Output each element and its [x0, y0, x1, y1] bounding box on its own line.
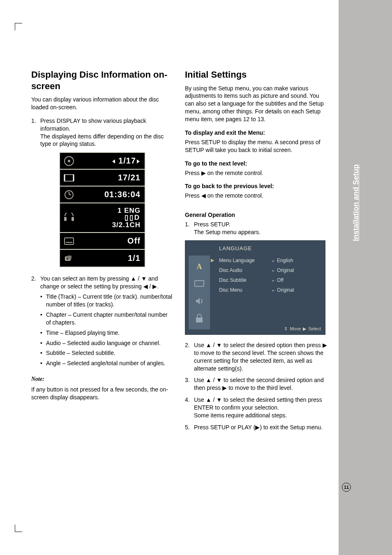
subtitle-icon [60, 237, 78, 245]
bullet-item: Angle – Selected angle/total number of a… [40, 359, 173, 367]
osd-row-title: 1/17 [60, 153, 145, 170]
step-body: Press SETUP or PLAY (▶) to exit the Setu… [194, 424, 327, 431]
disc-icon [60, 156, 78, 166]
step-number: 1. [185, 221, 194, 236]
menu-item: Disc Menu [219, 287, 264, 293]
subheading-display-exit: To display and exit the Menu: [185, 129, 327, 137]
genop-step-3: 3. Use ▲ / ▼ to select the second desire… [185, 376, 327, 392]
step-body: Press DISPLAY to show various playback i… [40, 117, 173, 148]
svg-rect-10 [71, 217, 74, 221]
step-text: Press SETUP. [194, 221, 230, 228]
heading-displaying-disc-info: Displaying Disc Information on-screen [31, 69, 173, 92]
bullet-item: Time – Elapsed playing time. [40, 329, 173, 337]
heading-initial-settings: Initial Settings [185, 69, 327, 81]
svg-rect-15 [67, 256, 71, 259]
svg-rect-11 [65, 238, 74, 244]
steps-list: 1. Press DISPLAY to show various playbac… [31, 117, 173, 148]
clock-icon [60, 189, 78, 200]
genop-step-2: 2. Use ▲ / ▼ to select the desired optio… [185, 341, 327, 373]
osd-title-value: 1/17 [78, 155, 145, 166]
menu-value: Original [272, 267, 318, 274]
step-body: Use ▲ / ▼ to select the desired option t… [194, 341, 327, 373]
crop-mark [15, 23, 22, 30]
step-number: 2. [185, 341, 194, 373]
right-column: Initial Settings By using the Setup menu… [185, 69, 327, 435]
genop-list-2: 2. Use ▲ / ▼ to select the desired optio… [185, 341, 327, 431]
step-1: 1. Press DISPLAY to show various playbac… [31, 117, 173, 148]
step-number: 3. [185, 376, 194, 392]
intro-text: By using the Setup menu, you can make va… [185, 85, 327, 123]
audio-line: 3/2.1CH [78, 221, 141, 229]
osd2-values: English Original Off Original [272, 257, 318, 297]
menu-item: Disc Audio [219, 267, 264, 274]
lock-tab-icon [189, 310, 210, 327]
sub-text: Press SETUP to display the menu. A secon… [185, 138, 327, 154]
osd2-footer: ⇕ Move ▶ Select [283, 326, 321, 332]
osd-row-angle: 1/1 [60, 250, 145, 267]
select-icon: ▶ [303, 326, 306, 331]
svg-rect-18 [196, 282, 203, 285]
subheading-prev-level: To go back to the previous level: [185, 182, 327, 190]
audio-icon [60, 213, 78, 223]
page: Installation and Setup 11 Displaying Dis… [0, 0, 392, 555]
note-heading: Note: [31, 375, 173, 383]
svg-rect-9 [64, 217, 67, 221]
step-number: 4. [185, 396, 194, 419]
step-2: 2. You can select an item by pressing ▲ … [31, 275, 173, 370]
step-body: Press SETUP. The Setup menu appears. [194, 221, 327, 236]
sub-text: Press ▶ on the remote control. [185, 169, 327, 177]
osd-audio-value: 1 ENG ▯▯D 3/2.1CH [78, 206, 145, 230]
selector-arrow-icon: ▶ [211, 257, 214, 263]
menu-value: Off [272, 277, 318, 283]
step-text: The displayed items differ depending on … [40, 133, 164, 147]
genop-step-5: 5. Press SETUP or PLAY (▶) to exit the S… [185, 424, 327, 431]
osd-subtitle-value: Off [78, 235, 145, 246]
step-number: 5. [185, 424, 194, 431]
left-column: Displaying Disc Information on-screen Yo… [31, 69, 173, 435]
sub-text: Press ◀ on the remote control. [185, 192, 327, 200]
note-text: If any button is not pressed for a few s… [31, 386, 173, 401]
menu-value: Original [272, 287, 318, 293]
sidebar-label-text: Installation and Setup [352, 164, 360, 241]
language-tab-icon: A [189, 258, 210, 275]
osd-row-chapter: 17/21 [60, 170, 145, 187]
step-body: Use ▲ / ▼ to select the second desired o… [194, 376, 327, 392]
menu-item: Disc Subtitle [219, 277, 264, 283]
genop-list: 1. Press SETUP. The Setup menu appears. [185, 221, 327, 236]
steps-list-2: 2. You can select an item by pressing ▲ … [31, 275, 173, 370]
angle-icon [60, 254, 78, 263]
svg-rect-19 [196, 318, 203, 322]
svg-rect-2 [65, 175, 74, 181]
footer-select-label: Select [308, 326, 321, 331]
step-text: The Setup menu appears. [194, 229, 261, 235]
audio-tab-icon [189, 292, 210, 310]
step-text: Press DISPLAY to show various playback i… [40, 117, 146, 132]
menu-value: English [272, 257, 318, 264]
osd-setup-menu: LANGUAGE A ▶ Menu Language Disc Audio Di… [185, 240, 325, 335]
osd-angle-value: 1/1 [78, 253, 145, 264]
content-area: Displaying Disc Information on-screen Yo… [31, 69, 327, 435]
osd-row-time: 01:36:04 [60, 187, 145, 203]
menu-item: Menu Language [219, 257, 264, 264]
subheading-next-level: To go to the next level: [185, 160, 327, 168]
osd-chapter-value: 17/21 [78, 172, 145, 183]
svg-text:A: A [197, 263, 202, 271]
bullet-list: Title (Track) – Current title (or track)… [40, 293, 173, 367]
bullet-item: Title (Track) – Current title (or track)… [40, 293, 173, 309]
osd2-menu-items: Menu Language Disc Audio Disc Subtitle D… [219, 257, 264, 297]
step-text: Use ▲ / ▼ to select the desired setting … [194, 396, 322, 411]
step-text: You can select an item by pressing ▲ / ▼… [40, 275, 159, 290]
osd2-title: LANGUAGE [219, 245, 252, 252]
move-icon: ⇕ [284, 326, 288, 331]
osd-row-audio: 1 ENG ▯▯D 3/2.1CH [60, 203, 145, 233]
display-tab-icon [189, 275, 210, 292]
osd-display-info: 1/17 17/21 01:36:04 [59, 152, 145, 267]
bullet-item: Chapter – Current chapter number/total n… [40, 311, 173, 327]
step-number: 1. [31, 117, 40, 148]
step-body: Use ▲ / ▼ to select the desired setting … [194, 396, 327, 419]
svg-point-1 [68, 160, 70, 162]
step-body: You can select an item by pressing ▲ / ▼… [40, 275, 173, 370]
page-number-text: 11 [344, 485, 349, 490]
bullet-item: Subtitle – Selected subtitle. [40, 349, 173, 357]
chapter-icon [60, 174, 78, 182]
